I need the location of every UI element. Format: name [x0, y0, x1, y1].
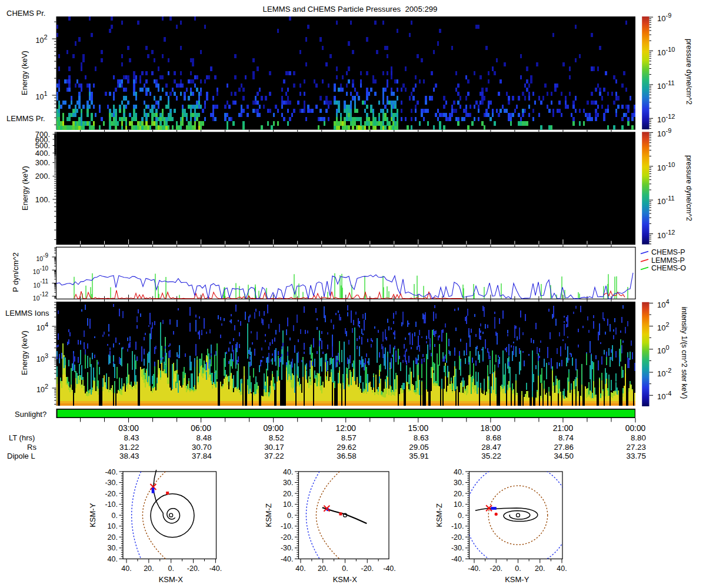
svg-text:30.: 30. [108, 544, 118, 552]
svg-text:30.17: 30.17 [264, 443, 284, 452]
svg-text:-40.: -40. [209, 564, 222, 573]
svg-text:-40.: -40. [383, 564, 396, 573]
svg-text:KSM-Y: KSM-Y [88, 503, 97, 527]
svg-text:40.: 40. [108, 555, 118, 563]
svg-text:8.74: 8.74 [558, 433, 574, 442]
svg-text:10.: 10. [283, 500, 293, 509]
svg-text:KSM-Y: KSM-Y [505, 575, 530, 584]
svg-text:-10.: -10. [451, 522, 464, 530]
svg-text:LEMMS Ions: LEMMS Ions [5, 309, 49, 318]
svg-text:20.: 20. [144, 564, 154, 573]
svg-text:10.: 10. [454, 500, 464, 509]
svg-text:8.80: 8.80 [631, 433, 646, 442]
svg-text:20.: 20. [535, 564, 545, 573]
svg-text:8.43: 8.43 [124, 433, 139, 442]
svg-text:8.52: 8.52 [269, 433, 284, 442]
svg-text:09:00: 09:00 [263, 424, 284, 433]
svg-text:200.: 200. [35, 172, 50, 181]
svg-text:-40.: -40. [281, 555, 294, 563]
svg-text:27.23: 27.23 [626, 443, 646, 452]
svg-text:35.91: 35.91 [409, 452, 429, 460]
svg-text:Energy (keV): Energy (keV) [20, 330, 29, 375]
svg-text:20.: 20. [283, 490, 293, 498]
svg-text:20.: 20. [454, 490, 464, 498]
svg-text:pressure dyne/cm^2: pressure dyne/cm^2 [685, 39, 693, 105]
svg-text:40.: 40. [454, 468, 464, 476]
svg-text:12:00: 12:00 [335, 424, 356, 433]
svg-text:100.: 100. [35, 195, 50, 204]
svg-text:-20.: -20. [361, 564, 374, 573]
svg-text:40.: 40. [283, 468, 293, 476]
svg-text:00:00: 00:00 [625, 424, 646, 433]
svg-text:15:00: 15:00 [408, 424, 429, 433]
svg-text:-20.: -20. [489, 564, 502, 573]
svg-text:-40.: -40. [105, 468, 118, 476]
svg-text:Energy (keV): Energy (keV) [21, 166, 29, 211]
svg-text:06:00: 06:00 [191, 424, 211, 433]
svg-text:P dyn/cm^2: P dyn/cm^2 [11, 252, 20, 292]
svg-text:20.: 20. [318, 564, 328, 573]
svg-text:03:00: 03:00 [118, 424, 139, 433]
svg-text:KSM-Z: KSM-Z [264, 503, 273, 527]
svg-text:-30.: -30. [105, 479, 118, 487]
svg-text:0.: 0. [112, 512, 118, 520]
svg-text:30.: 30. [454, 479, 464, 487]
svg-text:8.48: 8.48 [197, 433, 212, 442]
svg-text:LT (hrs): LT (hrs) [9, 433, 35, 442]
svg-text:33.75: 33.75 [626, 452, 646, 460]
svg-text:40.: 40. [121, 564, 131, 573]
svg-text:27.86: 27.86 [554, 443, 574, 452]
svg-text:Dipole L: Dipole L [7, 452, 35, 460]
svg-text:20.: 20. [108, 533, 118, 542]
svg-text:intensity 1/(s cm^2 ster keV): intensity 1/(s cm^2 ster keV) [680, 307, 688, 399]
svg-text:KSM-Z: KSM-Z [435, 503, 444, 527]
svg-text:37.84: 37.84 [192, 452, 212, 460]
svg-text:-20.: -20. [105, 490, 118, 498]
svg-text:0.: 0. [515, 564, 521, 573]
svg-text:0.: 0. [287, 512, 293, 520]
svg-text:0.: 0. [168, 564, 174, 573]
svg-text:CHEMS-O: CHEMS-O [651, 264, 686, 272]
svg-text:0.: 0. [342, 564, 348, 573]
svg-text:8.57: 8.57 [341, 433, 357, 442]
svg-text:-10.: -10. [105, 500, 118, 509]
svg-text:-40.: -40. [468, 564, 481, 573]
svg-text:18:00: 18:00 [481, 424, 501, 433]
svg-text:29.62: 29.62 [337, 443, 357, 452]
svg-text:CHEMS Pr.: CHEMS Pr. [6, 9, 45, 18]
svg-text:-40.: -40. [451, 555, 464, 563]
svg-text:37.22: 37.22 [264, 452, 284, 460]
svg-text:CHEMS-P: CHEMS-P [651, 248, 685, 256]
svg-text:-10.: -10. [281, 522, 294, 530]
svg-text:Energy (keV): Energy (keV) [20, 51, 29, 95]
svg-text:30.70: 30.70 [192, 443, 212, 452]
svg-text:-20.: -20. [281, 533, 294, 542]
svg-text:-20.: -20. [451, 533, 464, 542]
svg-text:0.: 0. [458, 512, 464, 520]
svg-text:35.22: 35.22 [481, 452, 501, 460]
svg-text:40.: 40. [295, 564, 305, 573]
svg-text:pressure dyne/cm^2: pressure dyne/cm^2 [685, 155, 693, 221]
svg-text:LEMMS and CHEMS Particle Press: LEMMS and CHEMS Particle Pressures 2005:… [263, 5, 438, 14]
svg-text:21:00: 21:00 [553, 424, 574, 433]
svg-text:-30.: -30. [281, 544, 294, 552]
svg-text:-20.: -20. [187, 564, 200, 573]
svg-text:Rs: Rs [27, 443, 36, 452]
svg-text:8.63: 8.63 [414, 433, 429, 442]
svg-text:40.: 40. [557, 564, 567, 573]
svg-text:LEMMS Pr.: LEMMS Pr. [6, 114, 45, 123]
svg-text:29.05: 29.05 [409, 443, 429, 452]
svg-text:36.58: 36.58 [337, 452, 357, 460]
svg-text:Sunlight?: Sunlight? [15, 410, 46, 419]
svg-text:KSM-X: KSM-X [333, 575, 358, 584]
svg-text:30.: 30. [283, 479, 293, 487]
svg-text:38.43: 38.43 [119, 452, 139, 460]
svg-text:8.68: 8.68 [486, 433, 501, 442]
svg-text:31.22: 31.22 [119, 443, 139, 452]
svg-text:28.47: 28.47 [481, 443, 501, 452]
svg-text:300.: 300. [35, 158, 50, 167]
svg-text:-30.: -30. [451, 544, 464, 552]
svg-text:700.: 700. [35, 130, 50, 139]
svg-text:34.50: 34.50 [554, 452, 574, 460]
svg-text:LEMMS-P: LEMMS-P [651, 256, 685, 265]
